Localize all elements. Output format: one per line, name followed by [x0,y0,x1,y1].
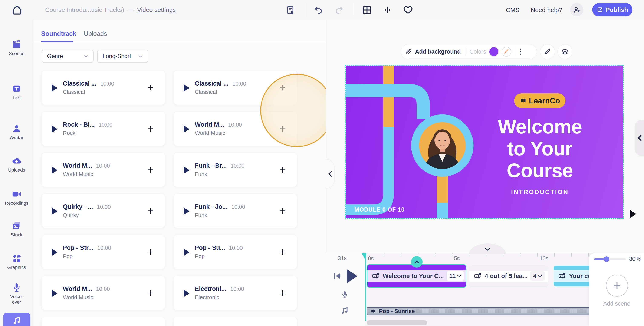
add-track-button[interactable]: + [144,82,156,94]
play-track-button[interactable] [183,248,190,256]
slide-background: LearnCo Welcome to Your Course INTRODUCT… [346,65,623,218]
play-track-button[interactable] [51,289,58,297]
invite-collaborator-button[interactable] [570,3,583,16]
collapse-right-panel-button[interactable] [635,120,644,156]
scene-expand-handle[interactable] [411,256,422,268]
scene-layer-count-dropdown[interactable]: 4 [530,271,544,281]
play-track-button[interactable] [183,166,190,174]
redo-button[interactable] [334,5,344,15]
undo-button[interactable] [314,5,323,15]
soundtrack-panel: Soundtrack Uploads Genre Long-Short Clas… [33,20,326,326]
scene-block-3[interactable]: Your co [554,266,590,287]
length-filter-dropdown[interactable]: Long-Short [97,49,148,63]
play-track-button[interactable] [51,84,58,92]
track-card: Rock - Bi...10:00 Rock + [42,112,165,146]
play-track-button[interactable] [51,207,58,215]
sidebar-item-recordings[interactable]: Recordings [0,189,33,206]
scene-layer-count-dropdown[interactable]: 11 [447,271,464,281]
home-button[interactable] [11,4,23,16]
sidebar-label: Scenes [9,51,24,56]
track-title: Funk - Br... [195,162,227,169]
add-scene-button[interactable]: + [606,275,628,297]
collapse-panel-button[interactable] [326,159,334,189]
add-track-button[interactable]: + [144,246,156,258]
track-genre: Rock [63,130,112,136]
need-help-link[interactable]: Need help? [531,6,562,14]
track-genre: Electronic [195,294,244,301]
zoom-slider-thumb[interactable] [604,256,609,262]
sidebar-item-soundtrack[interactable]: Soundtrack [3,313,30,326]
track-title: Classical ... [195,80,228,87]
project-title: Course Introdu...usic Tracks) [45,6,124,13]
favorite-button[interactable] [403,5,413,15]
play-track-button[interactable] [183,207,190,215]
script-notes-button[interactable] [285,5,295,15]
play-icon [51,125,58,133]
grid-layout-button[interactable] [362,5,372,15]
play-track-button[interactable] [183,84,190,92]
split-scene-button[interactable] [382,5,392,15]
genre-filter-dropdown[interactable]: Genre [42,49,94,63]
audio-track-name: Pop - Sunrise [379,308,415,315]
sidebar-item-stock[interactable]: Stock [0,221,33,238]
timeline-zoom-slider[interactable] [594,258,626,260]
layers-button[interactable] [558,44,572,59]
voice-track-icon[interactable] [341,291,349,300]
tab-uploads[interactable]: Uploads [84,30,107,37]
play-track-button[interactable] [51,248,58,256]
play-track-button[interactable] [183,289,190,297]
add-track-button[interactable]: + [277,287,288,299]
add-track-button[interactable]: + [277,205,288,217]
sidebar-label: Voice-over [8,294,25,305]
divider [36,3,36,16]
scene-block-2[interactable]: 4 out of 5 lea... 4 [469,266,548,287]
sidebar-item-voice-over[interactable]: Voice-over [0,283,33,305]
play-track-button[interactable] [183,125,190,133]
track-genre: World Music [63,171,110,177]
collapse-timeline-button[interactable] [469,243,506,254]
add-track-button[interactable]: + [144,287,156,299]
video-settings-link[interactable]: Video settings [137,6,176,13]
timeline-scrollbar[interactable] [367,321,427,325]
track-duration: 10:00 [231,163,244,169]
track-duration: 10:00 [97,245,111,251]
audio-track[interactable]: Pop - Sunrise [367,307,590,315]
add-track-button[interactable]: + [144,164,156,176]
no-color-swatch[interactable] [502,47,511,57]
playhead[interactable] [366,253,366,321]
sidebar-item-uploads[interactable]: Uploads [0,156,33,173]
scene-play-button[interactable] [629,209,637,218]
track-meta: Funk - Jo...10:00 Funk [195,203,245,219]
timeline-play-button[interactable] [346,269,358,283]
tab-soundtrack[interactable]: Soundtrack [41,30,76,37]
publish-button[interactable]: Publish [592,3,632,16]
edit-button[interactable] [540,44,555,59]
ruler-tick-label: 5s [454,255,460,262]
cms-link[interactable]: CMS [506,6,520,14]
scene-block-1[interactable]: Welcome to Your C... 11 [367,264,466,288]
layers-icon [561,48,569,55]
slide-kicker: INTRODUCTION [470,189,610,196]
ruler-tick-label: 0s [368,255,374,262]
add-track-button[interactable]: + [144,205,156,217]
add-track-button[interactable]: + [277,164,288,176]
undo-icon [314,5,323,15]
purple-color-swatch[interactable] [489,47,499,57]
track-meta: Rock - Bi...10:00 Rock [63,121,112,136]
track-genre: World Music [195,130,242,136]
play-track-button[interactable] [51,166,58,174]
track-card: Electroni...10:00 Electronic + [174,276,297,310]
sidebar-item-scenes[interactable]: Scenes [0,39,33,56]
video-canvas[interactable]: LearnCo Welcome to Your Course INTRODUCT… [345,65,624,219]
sidebar-item-graphics[interactable]: Graphics [0,254,33,270]
more-options-button[interactable] [516,49,526,55]
skip-to-start-button[interactable] [333,272,342,281]
add-background-button[interactable]: Add background [401,48,465,55]
sidebar-item-text[interactable]: Text [0,84,33,100]
sidebar-item-avatar[interactable]: Avatar [0,124,33,140]
play-track-button[interactable] [51,125,58,133]
add-track-button[interactable]: + [144,123,156,135]
add-track-button[interactable]: + [277,246,288,258]
track-title: World M... [63,285,92,292]
music-track-icon[interactable] [340,307,349,315]
